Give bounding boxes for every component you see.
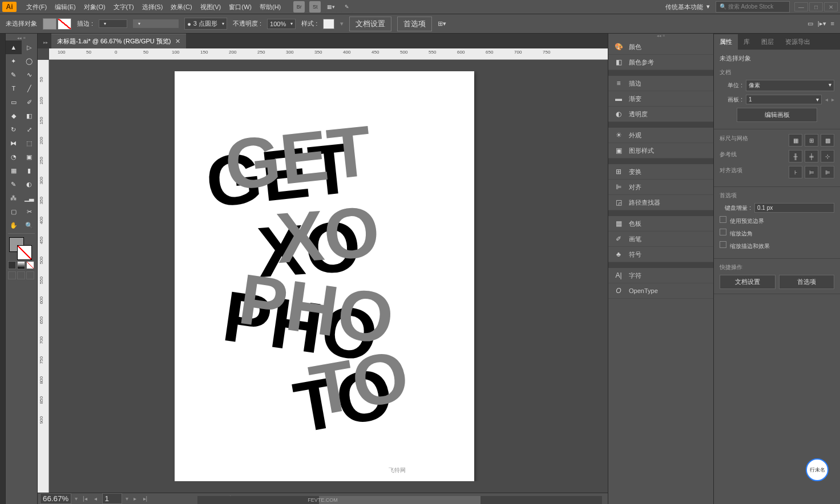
style-swatch[interactable]: [323, 19, 334, 29]
graph-tool[interactable]: ▁▃: [22, 191, 38, 205]
shape-builder-tool[interactable]: ◔: [6, 150, 22, 164]
menu-type[interactable]: 文字(T): [110, 3, 138, 11]
direct-select-tool[interactable]: ▷: [22, 40, 38, 54]
panel-transform[interactable]: ⊞变换: [608, 164, 713, 180]
symbol-sprayer-tool[interactable]: ⁂: [6, 191, 22, 205]
prev-artboard-button[interactable]: ◂: [92, 495, 99, 502]
screen-mode-full[interactable]: [17, 271, 25, 279]
smart-guides-toggle[interactable]: ⊹: [821, 150, 834, 162]
rotate-tool[interactable]: ↻: [6, 123, 22, 136]
menu-effect[interactable]: 效果(C): [167, 3, 196, 11]
guides-lock-toggle[interactable]: ╪: [805, 150, 818, 162]
stroke-swatch[interactable]: [58, 18, 71, 30]
artboard-number-input[interactable]: [102, 493, 122, 504]
menu-select[interactable]: 选择(S): [138, 3, 167, 11]
ruler-toggle[interactable]: ▦: [789, 134, 802, 147]
menu-object[interactable]: 对象(O): [80, 3, 110, 11]
arrange-icon[interactable]: ▦▾: [325, 1, 337, 13]
prefs-button[interactable]: 首选项: [397, 17, 432, 31]
hand-tool[interactable]: ✋: [6, 218, 22, 232]
panel-color-guide[interactable]: ◧颜色参考: [608, 55, 713, 70]
panel-stroke[interactable]: ≡描边: [608, 76, 713, 91]
stroke-weight-dropdown[interactable]: [99, 19, 127, 28]
shaper-tool[interactable]: ◆: [6, 109, 22, 123]
panel-collapse-handle[interactable]: ◂◂ ≡: [608, 34, 713, 39]
user-badge[interactable]: 行未名: [806, 458, 829, 481]
scale-strokes-checkbox[interactable]: 缩放描边和效果: [720, 241, 770, 250]
panel-graphic-styles[interactable]: ▣图形样式: [608, 143, 713, 158]
bridge-icon[interactable]: Br: [293, 1, 305, 13]
horizontal-ruler[interactable]: 100 50 0 50 100 150 200 250 300 350 400 …: [49, 48, 608, 60]
maximize-button[interactable]: □: [809, 2, 823, 11]
panel-transparency[interactable]: ◐透明度: [608, 107, 713, 122]
menu-edit[interactable]: 编辑(E): [51, 3, 80, 11]
rectangle-tool[interactable]: ▭: [6, 95, 22, 109]
horizontal-scrollbar[interactable]: [197, 496, 602, 504]
line-tool[interactable]: ╱: [22, 82, 38, 95]
color-mode-fill[interactable]: [8, 261, 16, 269]
artboard[interactable]: GET GET XO XO PHO PHO TO TO 飞特网: [175, 71, 474, 481]
eyedropper-tool[interactable]: ✎: [6, 177, 22, 191]
color-mode-none[interactable]: [26, 261, 34, 269]
panel-symbols[interactable]: ♣符号: [608, 247, 713, 262]
tab-asset-export[interactable]: 资源导出: [780, 34, 816, 50]
fill-swatch[interactable]: [43, 18, 56, 30]
free-transform-tool[interactable]: ⬚: [22, 136, 38, 150]
document-tab[interactable]: 未标题-1.ai* @ 66.67% (RGB/GPU 预览) ✕: [51, 34, 186, 48]
snap-pixel-toggle[interactable]: ⊫: [821, 166, 834, 178]
scale-tool[interactable]: ⤢: [22, 123, 38, 136]
guides-visible-toggle[interactable]: ╫: [789, 150, 802, 162]
perspective-tool[interactable]: ▣: [22, 150, 38, 164]
doc-setup-button[interactable]: 文档设置: [349, 17, 391, 31]
toolbar-handle[interactable]: ◂◂ ≡: [6, 36, 37, 40]
artboard-dropdown[interactable]: 1▾: [746, 95, 822, 104]
transparency-grid-toggle[interactable]: ▩: [821, 134, 834, 147]
grid-toggle[interactable]: ⊞: [805, 134, 818, 147]
panel-gradient[interactable]: ▬渐变: [608, 91, 713, 107]
eraser-tool[interactable]: ◧: [22, 109, 38, 123]
color-picker[interactable]: [6, 235, 37, 260]
panel-color[interactable]: 🎨颜色: [608, 39, 713, 55]
magic-wand-tool[interactable]: ✦: [6, 54, 22, 68]
scale-corners-checkbox[interactable]: 缩放边角: [720, 229, 753, 238]
panel-brushes[interactable]: ✐画笔: [608, 231, 713, 247]
zoom-tool[interactable]: 🔍: [22, 218, 38, 232]
panel-menu-icon[interactable]: ≡: [831, 20, 834, 27]
vertical-ruler[interactable]: 50 100 150 200 250 300 350 400 450 500 5…: [38, 60, 49, 493]
align-icon[interactable]: ⊞▾: [438, 20, 446, 27]
next-artboard-button[interactable]: ▸: [132, 495, 138, 502]
menu-help[interactable]: 帮助(H): [256, 3, 285, 11]
first-artboard-button[interactable]: |◂: [81, 495, 89, 502]
stroke-color[interactable]: [17, 245, 32, 260]
curvature-tool[interactable]: ∿: [22, 68, 38, 82]
pen-tool[interactable]: ✎: [6, 68, 22, 82]
panel-align[interactable]: ⊫对齐: [608, 180, 713, 195]
prev-artboard-icon[interactable]: ◂: [825, 96, 828, 103]
align-to-icon[interactable]: |▸▾: [818, 20, 826, 27]
tab-properties[interactable]: 属性: [714, 34, 738, 50]
key-increment-input[interactable]: 0.1 px: [754, 203, 834, 213]
gradient-tool[interactable]: ▮: [22, 164, 38, 177]
screen-mode-presentation[interactable]: [26, 271, 34, 279]
brush-tool[interactable]: ✐: [22, 95, 38, 109]
zoom-input[interactable]: [40, 493, 71, 504]
next-artboard-icon[interactable]: ▸: [831, 96, 834, 103]
panel-character[interactable]: A|字符: [608, 268, 713, 283]
panel-appearance[interactable]: ☀外观: [608, 128, 713, 143]
mesh-tool[interactable]: ▦: [6, 164, 22, 177]
gpu-icon[interactable]: ✎: [341, 1, 353, 13]
edit-artboards-button[interactable]: 编辑画板: [737, 108, 817, 122]
tab-drag-handle[interactable]: ▸▸: [43, 40, 48, 45]
unit-dropdown[interactable]: 像素▾: [746, 80, 834, 91]
slice-tool[interactable]: ✂: [22, 205, 38, 218]
tab-close-icon[interactable]: ✕: [175, 38, 180, 45]
quick-doc-setup-button[interactable]: 文档设置: [720, 275, 776, 289]
var-width-dropdown[interactable]: [133, 19, 179, 28]
brush-dropdown[interactable]: ● 3 点圆形: [184, 18, 227, 30]
menu-view[interactable]: 视图(V): [196, 3, 225, 11]
tab-libraries[interactable]: 库: [738, 34, 756, 50]
type-tool[interactable]: T: [6, 82, 22, 95]
use-preview-checkbox[interactable]: 使用预览边界: [720, 216, 764, 225]
screen-mode-normal[interactable]: [8, 271, 16, 279]
width-tool[interactable]: ⧓: [6, 136, 22, 150]
